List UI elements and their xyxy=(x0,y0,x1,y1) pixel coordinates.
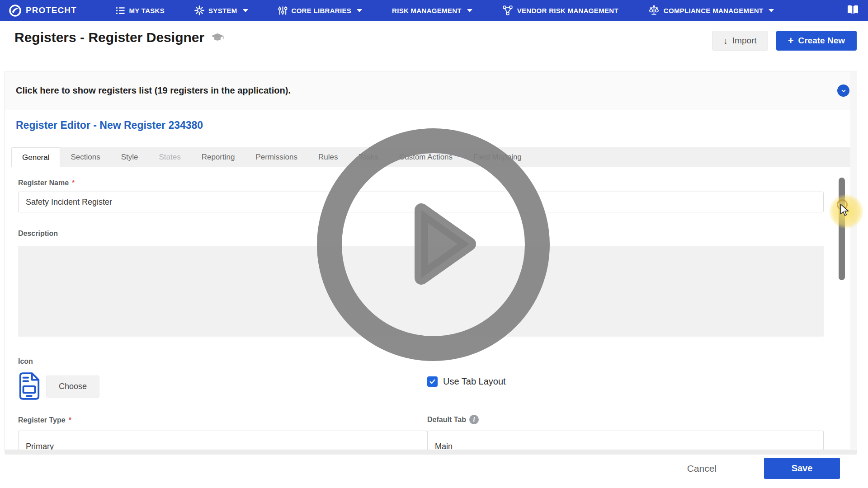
use-tab-layout-checkbox[interactable] xyxy=(427,376,438,387)
nav-label: VENDOR RISK MANAGEMENT xyxy=(517,7,618,14)
nav-label: MY TASKS xyxy=(129,7,165,14)
scales-icon xyxy=(648,5,660,16)
registers-list-toggle-text: Click here to show registers list (19 re… xyxy=(16,85,291,96)
brand-name: PROTECHT xyxy=(26,5,77,15)
tab-general[interactable]: General xyxy=(11,147,60,167)
form-footer: Cancel Save xyxy=(687,458,840,479)
protecht-logo-icon xyxy=(9,5,21,17)
register-type-select[interactable]: Primary xyxy=(18,431,427,450)
open-book-icon xyxy=(847,5,859,15)
info-icon[interactable]: i xyxy=(469,415,479,424)
top-navigation-bar: PROTECHT MY TASKS SYSTEM xyxy=(0,0,868,21)
default-tab-select[interactable]: Main xyxy=(427,431,824,450)
video-play-button[interactable] xyxy=(317,128,550,361)
nav-item-my-tasks[interactable]: MY TASKS xyxy=(116,6,165,15)
download-icon: ↓ xyxy=(723,36,728,45)
register-document-icon xyxy=(18,372,41,401)
network-icon xyxy=(502,5,513,16)
nav-label: SYSTEM xyxy=(208,7,237,14)
collapse-toggle-button[interactable] xyxy=(837,84,849,97)
nav-item-core-libraries[interactable]: CORE LIBRARIES xyxy=(278,6,363,15)
chevron-down-icon xyxy=(357,9,362,12)
tab-states[interactable]: States xyxy=(148,147,191,167)
right-column: Use Tab Layout Default Tab i Main xyxy=(427,357,824,450)
plus-icon: + xyxy=(788,36,794,46)
tab-sections[interactable]: Sections xyxy=(60,147,110,167)
nav-item-system[interactable]: SYSTEM xyxy=(194,5,248,15)
page-header: Registers - Register Designer ↓ Import +… xyxy=(0,21,868,70)
tasks-list-icon xyxy=(116,6,125,15)
nav-item-risk-management[interactable]: RISK MANAGEMENT xyxy=(392,7,472,14)
create-new-button[interactable]: + Create New xyxy=(776,31,857,51)
sliders-icon xyxy=(278,6,288,15)
chevron-down-icon xyxy=(467,9,472,12)
nav-item-compliance-management[interactable]: COMPLIANCE MANAGEMENT xyxy=(648,5,774,16)
scrollbar-track[interactable] xyxy=(850,72,857,449)
required-mark: * xyxy=(72,179,75,187)
tab-rules[interactable]: Rules xyxy=(308,147,348,167)
chevron-down-icon xyxy=(840,87,847,94)
scrollbar-thumb[interactable] xyxy=(839,178,845,280)
chevron-down-icon xyxy=(243,9,248,12)
gear-icon xyxy=(194,5,204,15)
tab-reporting[interactable]: Reporting xyxy=(191,147,245,167)
nav-label: CORE LIBRARIES xyxy=(292,7,352,14)
icon-label: Icon xyxy=(18,357,427,366)
default-tab-label: Default Tab i xyxy=(427,415,824,424)
graduation-cap-icon[interactable] xyxy=(211,33,224,42)
required-mark: * xyxy=(69,416,71,424)
use-tab-layout-label: Use Tab Layout xyxy=(443,376,506,387)
page-title: Registers - Register Designer xyxy=(14,30,204,45)
chevron-down-icon xyxy=(769,9,774,12)
choose-icon-button[interactable]: Choose xyxy=(46,375,99,398)
use-tab-layout-row[interactable]: Use Tab Layout xyxy=(427,376,824,387)
register-type-label: Register Type * xyxy=(18,416,427,424)
import-button[interactable]: ↓ Import xyxy=(712,31,768,51)
nav-item-vendor-risk-management[interactable]: VENDOR RISK MANAGEMENT xyxy=(502,5,618,16)
cancel-button[interactable]: Cancel xyxy=(687,463,717,474)
nav-label: COMPLIANCE MANAGEMENT xyxy=(664,7,763,14)
left-column: Icon Choose Register Type * xyxy=(18,357,427,450)
protecht-brand[interactable]: PROTECHT xyxy=(9,5,77,17)
tab-style[interactable]: Style xyxy=(111,147,149,167)
help-book-button[interactable] xyxy=(847,5,859,17)
registers-list-toggle[interactable]: Click here to show registers list (19 re… xyxy=(5,71,857,110)
nav-label: RISK MANAGEMENT xyxy=(392,7,462,14)
check-icon xyxy=(429,378,436,385)
panel-bottom-strip xyxy=(5,450,857,455)
tab-permissions[interactable]: Permissions xyxy=(245,147,308,167)
save-button[interactable]: Save xyxy=(764,458,840,479)
